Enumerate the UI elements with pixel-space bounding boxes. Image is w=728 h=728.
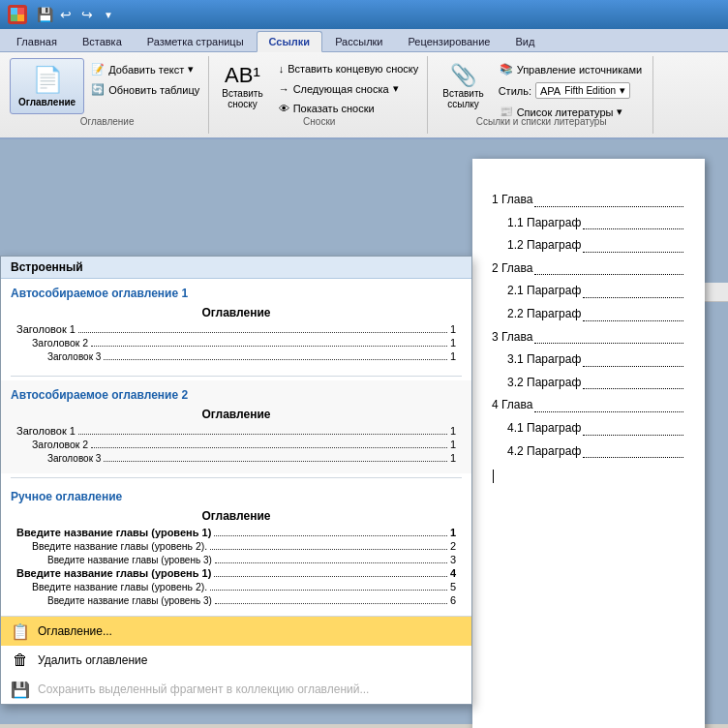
toc-section2-heading: Оглавление bbox=[16, 408, 456, 421]
toc-section3-title[interactable]: Ручное оглавление bbox=[1, 482, 471, 505]
tab-view[interactable]: Вид bbox=[502, 31, 547, 51]
toc-s3-entry-1: Введите название главы (уровень 1) 1 bbox=[16, 527, 456, 539]
toc-s1-entry-3: Заголовок 3 1 bbox=[16, 350, 456, 363]
tab-page-layout[interactable]: Разметка страницы bbox=[135, 31, 257, 51]
doc-entry-2-glava: 2 Глава bbox=[492, 258, 685, 280]
document-page: 1 Глава 1.1 Параграф 1.2 Параграф 2 Глав… bbox=[472, 159, 705, 728]
doc-entry-3-2: 3.2 Параграф bbox=[492, 373, 685, 394]
update-table-button[interactable]: 🔄 Обновить таблицу bbox=[86, 80, 204, 99]
toc-action-open[interactable]: 📋 Оглавление... bbox=[1, 617, 471, 646]
toc-s1-entry-2: Заголовок 2 1 bbox=[16, 337, 456, 349]
toc-section1-heading: Оглавление bbox=[16, 306, 456, 319]
next-icon: → bbox=[279, 83, 289, 95]
toc-action-delete[interactable]: 🗑 Удалить оглавление bbox=[1, 646, 471, 675]
toc-dropdown: Встроенный Автособираемое оглавление 1 О… bbox=[0, 256, 472, 705]
ribbon-tab-bar: Главная Вставка Разметка страницы Ссылки… bbox=[0, 29, 728, 52]
undo-button[interactable]: ↩ bbox=[56, 5, 76, 24]
svg-rect-3 bbox=[17, 15, 24, 21]
update-table-label: Обновить таблицу bbox=[108, 84, 199, 96]
delete-toc-label: Удалить оглавление bbox=[38, 653, 147, 667]
toc-s1-entry-1: Заголовок 1 1 bbox=[16, 323, 456, 336]
toc-s2-entry-1: Заголовок 1 1 bbox=[16, 425, 456, 438]
add-text-label: Добавить текст bbox=[108, 64, 184, 76]
toc-icon: 📄 bbox=[32, 65, 63, 95]
delete-toc-icon: 🗑 bbox=[11, 651, 30, 670]
style-dropdown[interactable]: APA APA Fifth Edition Fifth Edition ▾ bbox=[535, 82, 630, 99]
insert-endnote-button[interactable]: ↓ Вставить концевую сноску bbox=[274, 60, 424, 77]
manage-sources-label: Управление источниками bbox=[517, 64, 642, 76]
toc-section1-title[interactable]: Автособираемое оглавление 1 bbox=[1, 279, 471, 302]
manage-icon: 📚 bbox=[500, 63, 513, 76]
manage-sources-button[interactable]: 📚 Управление источниками bbox=[495, 60, 647, 78]
divider-2 bbox=[11, 477, 462, 478]
doc-entry-1-1: 1.1 Параграф bbox=[492, 213, 685, 234]
insert-footnote-button[interactable]: AB¹ Вставитьсноску bbox=[215, 58, 269, 114]
doc-entry-4-glava: 4 Глава bbox=[492, 395, 685, 416]
toc-s2-entry-2: Заголовок 2 1 bbox=[16, 439, 456, 451]
toc-s3-entry-4: Введите название главы (уровень 1) 4 bbox=[16, 567, 456, 580]
doc-entry-3-1: 3.1 Параграф bbox=[492, 349, 685, 371]
doc-entry-4-2: 4.2 Параграф bbox=[492, 441, 685, 463]
toc-section2-title[interactable]: Автособираемое оглавление 2 bbox=[1, 380, 471, 404]
doc-entry-4-1: 4.1 Параграф bbox=[492, 418, 685, 440]
app-icon bbox=[8, 5, 27, 24]
endnote-icon: ↓ bbox=[279, 63, 285, 75]
tab-home[interactable]: Главная bbox=[4, 31, 70, 51]
save-button[interactable]: 💾 bbox=[35, 5, 54, 24]
toc-actions: 📋 Оглавление... 🗑 Удалить оглавление 💾 С… bbox=[1, 616, 471, 704]
ribbon: 📄 Оглавление 📝 Добавить текст ▾ 🔄 Обнови… bbox=[0, 52, 728, 139]
tab-review[interactable]: Рецензирование bbox=[396, 31, 503, 51]
cursor-area bbox=[492, 470, 685, 491]
insert-endnote-label: Вставить концевую сноску bbox=[288, 63, 418, 75]
tab-insert[interactable]: Вставка bbox=[70, 31, 135, 51]
apa-label: APA bbox=[540, 85, 561, 97]
toc-section1-preview: Оглавление Заголовок 1 1 Заголовок 2 1 З… bbox=[1, 302, 471, 372]
tab-references[interactable]: Ссылки bbox=[257, 31, 323, 52]
svg-rect-1 bbox=[17, 8, 24, 15]
toc-section3-heading: Оглавление bbox=[16, 509, 456, 523]
open-toc-label: Оглавление... bbox=[38, 624, 112, 638]
toc-s3-entry-5: Введите название главы (уровень 2). 5 bbox=[16, 581, 456, 593]
show-icon: 👁 bbox=[279, 103, 289, 114]
toc-label: Оглавление bbox=[18, 97, 76, 107]
toc-s2-entry-3: Заголовок 3 1 bbox=[16, 452, 456, 465]
show-notes-button[interactable]: 👁 Показать сноски bbox=[274, 100, 424, 117]
update-icon: 🔄 bbox=[91, 83, 105, 96]
open-toc-icon: 📋 bbox=[11, 622, 30, 641]
footnote-icon: AB¹ bbox=[225, 63, 260, 88]
svg-rect-2 bbox=[11, 15, 17, 21]
redo-button[interactable]: ↪ bbox=[77, 5, 97, 24]
quick-access-toolbar: 💾 ↩ ↪ ▼ bbox=[35, 5, 118, 24]
style-label: Стиль: bbox=[499, 85, 531, 97]
insert-citation-button[interactable]: 📎 Вставитьссылку bbox=[436, 58, 490, 114]
add-text-button[interactable]: 📝 Добавить текст ▾ bbox=[86, 60, 204, 78]
toc-dropdown-header: Встроенный bbox=[1, 257, 471, 279]
citations-group-label: Ссылки и списки литературы bbox=[436, 116, 647, 127]
doc-entry-2-1: 2.1 Параграф bbox=[492, 281, 685, 302]
footnotes-group-label: Сноски bbox=[215, 116, 423, 127]
doc-entry-3-glava: 3 Глава bbox=[492, 327, 685, 349]
citation-icon: 📎 bbox=[450, 63, 476, 88]
insert-citation-label: Вставитьссылку bbox=[442, 88, 483, 109]
toc-button[interactable]: 📄 Оглавление bbox=[10, 58, 84, 114]
next-footnote-button[interactable]: → Следующая сноска ▾ bbox=[274, 79, 424, 98]
toc-action-save: 💾 Сохранить выделенный фрагмент в коллек… bbox=[1, 675, 471, 704]
text-cursor bbox=[493, 470, 494, 483]
toc-s3-entry-3: Введите название главы (уровень 3) 3 bbox=[16, 554, 456, 566]
doc-entry-2-2: 2.2 Параграф bbox=[492, 304, 685, 325]
add-text-icon: 📝 bbox=[91, 63, 105, 76]
next-footnote-label: Следующая сноска bbox=[293, 83, 389, 95]
show-notes-label: Показать сноски bbox=[293, 103, 375, 114]
toc-section3-preview: Оглавление Введите название главы (урове… bbox=[1, 505, 471, 616]
divider-1 bbox=[11, 376, 462, 377]
doc-entry-1-2: 1.2 Параграф bbox=[492, 235, 685, 257]
more-button[interactable]: ▼ bbox=[99, 5, 118, 24]
save-toc-icon: 💾 bbox=[11, 680, 30, 699]
document-content: 1 Глава 1.1 Параграф 1.2 Параграф 2 Глав… bbox=[492, 190, 685, 491]
toc-s3-entry-2: Введите название главы (уровень 2). 2 bbox=[16, 540, 456, 553]
tab-mailings[interactable]: Рассылки bbox=[322, 31, 395, 51]
doc-entry-1-glava: 1 Глава bbox=[492, 190, 685, 211]
toc-section2-preview: Оглавление Заголовок 1 1 Заголовок 2 1 З… bbox=[1, 404, 471, 473]
toc-s3-entry-6: Введите название главы (уровень 3) 6 bbox=[16, 594, 456, 607]
insert-footnote-label: Вставитьсноску bbox=[222, 88, 262, 109]
